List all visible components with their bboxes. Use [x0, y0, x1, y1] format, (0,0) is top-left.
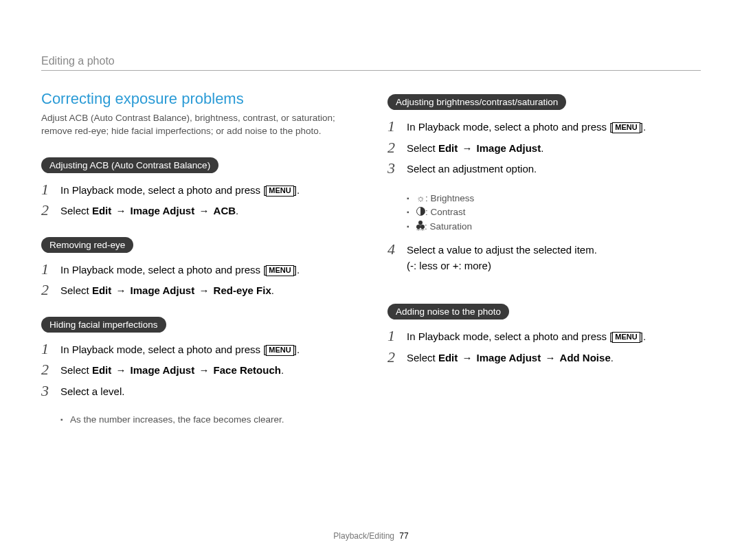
step-number: 1 — [387, 118, 407, 135]
bold-text: Add Noise — [560, 352, 611, 363]
step-number: 4 — [387, 241, 407, 258]
content-columns: Correcting exposure problems Adjust ACB … — [41, 90, 701, 434]
bold-text: Edit — [92, 364, 111, 376]
subheading-noise: Adding noise to the photo — [387, 304, 509, 320]
left-column: Correcting exposure problems Adjust ACB … — [41, 90, 355, 434]
steps-noise: 1 In Playback mode, select a photo and p… — [387, 328, 701, 366]
arrow-icon: → — [460, 352, 473, 363]
text: In Playback mode, select a photo and pre… — [407, 121, 612, 133]
step: 1 In Playback mode, select a photo and p… — [41, 341, 355, 358]
note-item: As the number increases, the face become… — [60, 413, 355, 427]
arrow-icon: → — [460, 142, 473, 154]
step-number: 2 — [387, 349, 407, 366]
bold-text: Image Adjust — [131, 284, 195, 296]
step-text: Select a level. — [60, 383, 355, 400]
note-list: As the number increases, the face become… — [41, 413, 355, 427]
header-rule — [41, 70, 701, 71]
step-text: In Playback mode, select a photo and pre… — [60, 261, 355, 278]
option-label: : Contrast — [425, 207, 466, 217]
bold-text: Edit — [92, 205, 111, 216]
text: In Playback mode, select a photo and pre… — [60, 264, 266, 276]
step: 2 Select Edit → Image Adjust. — [387, 139, 701, 157]
subheading-face: Hiding facial imperfections — [41, 317, 166, 333]
step: 2 Select Edit → Image Adjust → Red-eye F… — [41, 282, 355, 299]
step-text: In Playback mode, select a photo and pre… — [407, 328, 701, 345]
brightness-icon — [416, 191, 425, 206]
bold-text: Image Adjust — [131, 364, 195, 376]
menu-button-icon: MENU — [266, 345, 293, 356]
page-number: 77 — [399, 531, 408, 541]
step: 3 Select a level. — [41, 383, 355, 400]
saturation-icon — [416, 221, 425, 229]
subheading-bcs: Adjusting brightness/contrast/saturation — [387, 94, 566, 110]
bold-text: Red-eye Fix — [214, 284, 271, 296]
step-text: Select a value to adjust the selected it… — [407, 241, 701, 273]
menu-button-icon: MENU — [266, 265, 293, 276]
option-label: : Brightness — [425, 193, 474, 203]
note-text: As the number increases, the face become… — [70, 414, 284, 425]
text: Select — [60, 364, 89, 376]
menu-button-icon: MENU — [266, 186, 293, 197]
step: 2 Select Edit → Image Adjust → Face Reto… — [41, 361, 355, 379]
text: Select a value to adjust the selected it… — [407, 244, 597, 256]
subheading-redeye: Removing red-eye — [41, 237, 133, 253]
subheading-acb: Adjusting ACB (Auto Contrast Balance) — [41, 157, 218, 173]
bold-text: Face Retouch — [214, 364, 281, 376]
text: Select — [407, 352, 436, 363]
step: 4 Select a value to adjust the selected … — [387, 241, 701, 273]
step-text: Select Edit → Image Adjust → Add Noise. — [407, 349, 701, 366]
step-text: Select Edit → Image Adjust. — [407, 139, 701, 157]
step-number: 1 — [387, 328, 407, 344]
step: 1 In Playback mode, select a photo and p… — [41, 261, 355, 278]
intro-paragraph: Adjust ACB (Auto Contrast Balance), brig… — [41, 112, 355, 138]
option-contrast: : Contrast — [407, 205, 701, 220]
text: (-: less or +: more) — [407, 260, 491, 271]
text: ]. — [294, 184, 300, 196]
step: 3 Select an adjustment option. — [387, 160, 701, 177]
step: 2 Select Edit → Image Adjust → Add Noise… — [387, 349, 701, 366]
option-saturation: : Saturation — [407, 220, 701, 234]
step-text: Select Edit → Image Adjust → ACB. — [60, 202, 355, 219]
step: 1 In Playback mode, select a photo and p… — [387, 328, 701, 345]
step: 1 In Playback mode, select a photo and p… — [387, 118, 701, 135]
step-number: 3 — [387, 160, 407, 177]
arrow-icon: → — [197, 284, 210, 296]
step-text: Select an adjustment option. — [407, 160, 701, 177]
step-number: 2 — [387, 139, 407, 156]
text: ]. — [640, 121, 646, 133]
step-number: 1 — [41, 261, 60, 278]
option-label: : Saturation — [425, 221, 472, 232]
step-number: 1 — [41, 341, 60, 357]
bold-text: Edit — [438, 352, 458, 363]
bold-text: Image Adjust — [477, 142, 541, 154]
manual-page: Editing a photo Correcting exposure prob… — [0, 0, 742, 560]
contrast-icon — [416, 207, 425, 216]
step-number: 3 — [41, 383, 60, 399]
arrow-icon: → — [197, 205, 210, 216]
bold-text: Image Adjust — [131, 205, 195, 216]
step-number: 2 — [41, 361, 60, 378]
step-text: In Playback mode, select a photo and pre… — [60, 181, 355, 199]
steps-acb: 1 In Playback mode, select a photo and p… — [41, 181, 355, 219]
text: Select — [60, 205, 89, 216]
text: ]. — [294, 344, 300, 355]
bold-text: ACB — [214, 205, 236, 216]
text: In Playback mode, select a photo and pre… — [60, 344, 266, 355]
arrow-icon: → — [543, 352, 556, 363]
page-footer: Playback/Editing 77 — [0, 531, 742, 541]
text: ]. — [294, 264, 300, 276]
text: ]. — [640, 331, 646, 342]
arrow-icon: → — [114, 205, 127, 216]
step-number: 2 — [41, 282, 60, 298]
text: Select — [407, 142, 436, 154]
steps-bcs: 1 In Playback mode, select a photo and p… — [387, 118, 701, 177]
arrow-icon: → — [114, 364, 127, 376]
bold-text: Image Adjust — [477, 352, 541, 363]
steps-face: 1 In Playback mode, select a photo and p… — [41, 341, 355, 400]
menu-button-icon: MENU — [612, 122, 640, 133]
bold-text: Edit — [438, 142, 458, 154]
step-text: In Playback mode, select a photo and pre… — [407, 118, 701, 135]
footer-section: Playback/Editing — [333, 531, 394, 541]
menu-button-icon: MENU — [612, 332, 640, 343]
step-text: Select Edit → Image Adjust → Face Retouc… — [60, 361, 355, 379]
